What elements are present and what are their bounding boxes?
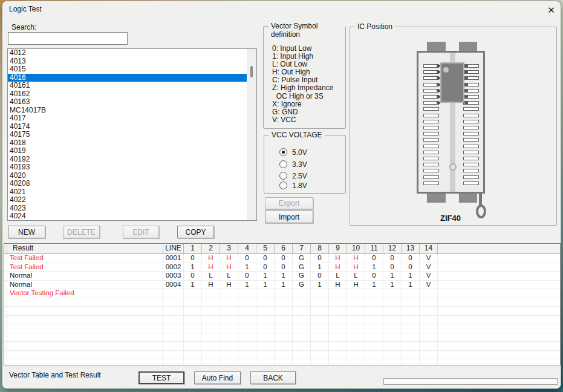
- table-row[interactable]: Normal00041HH111G1HH111V: [4, 281, 560, 290]
- close-button[interactable]: ✕: [542, 2, 560, 18]
- table-row[interactable]: [4, 351, 560, 360]
- copy-button[interactable]: COPY: [177, 226, 214, 238]
- table-cell: [383, 342, 402, 351]
- table-cell: 1: [256, 281, 275, 290]
- chip-list-item[interactable]: 4023: [8, 204, 256, 213]
- socket-lever-handle: [476, 204, 486, 218]
- chip-list-item[interactable]: 4024: [8, 212, 256, 221]
- table-cell: [365, 298, 383, 307]
- chip-list-item[interactable]: 4017: [8, 114, 256, 123]
- new-button[interactable]: NEW: [8, 226, 45, 238]
- test-button[interactable]: TEST: [138, 371, 184, 384]
- auto-find-button[interactable]: Auto Find: [194, 371, 241, 384]
- table-row[interactable]: [4, 333, 560, 342]
- table-cell: H: [202, 281, 220, 290]
- table-cell: [238, 298, 256, 307]
- column-header: LINE: [163, 244, 184, 254]
- table-cell: [7, 359, 163, 365]
- chip-list-item[interactable]: 40175: [8, 131, 256, 139]
- chip-list-item[interactable]: 40162: [8, 90, 256, 99]
- table-row[interactable]: [4, 359, 560, 365]
- chip-list-item[interactable]: 4013: [8, 57, 256, 66]
- table-cell: [163, 324, 184, 333]
- chip-list-item[interactable]: 40163: [8, 98, 256, 106]
- table-row[interactable]: Test Failed00010HH000G0HH000V: [4, 254, 560, 263]
- pin-slot: [463, 114, 479, 117]
- table-cell: [383, 351, 402, 360]
- chip-list-item[interactable]: 4018: [8, 139, 256, 148]
- window-title: Logic Test: [9, 5, 42, 13]
- table-row[interactable]: [4, 316, 560, 325]
- table-cell: 1: [238, 263, 256, 272]
- chip-list-item[interactable]: 4016: [8, 74, 256, 82]
- edit-button[interactable]: EDIT: [123, 226, 159, 238]
- table-row[interactable]: [4, 342, 560, 351]
- table-cell: [420, 307, 438, 316]
- chip-list-item[interactable]: 40193: [8, 163, 256, 172]
- result-table: ResultLINE1234567891011121314Test Failed…: [4, 243, 561, 365]
- chip-list-scrollbar[interactable]: [247, 49, 256, 220]
- table-cell: [347, 351, 365, 360]
- search-input[interactable]: [8, 32, 128, 45]
- table-cell: [347, 289, 365, 298]
- table-cell: [402, 351, 420, 360]
- chip-pin: [464, 96, 468, 98]
- table-cell: [163, 289, 184, 298]
- table-cell: [438, 359, 560, 365]
- table-cell: 1: [275, 272, 293, 281]
- chip-list-item[interactable]: MC14017B: [8, 106, 256, 115]
- table-cell: H: [220, 281, 238, 290]
- chip-list-item[interactable]: 4015: [8, 65, 256, 74]
- table-cell: [329, 342, 347, 351]
- chip-list-item[interactable]: 4019: [8, 147, 256, 155]
- pin-slot: [423, 151, 439, 154]
- table-cell: [256, 324, 275, 333]
- scrollbar-thumb[interactable]: [250, 66, 253, 77]
- back-button[interactable]: BACK: [250, 371, 296, 384]
- table-row[interactable]: [4, 298, 560, 307]
- table-cell: [220, 307, 238, 316]
- table-cell: [202, 333, 220, 342]
- vcc-radio-option[interactable]: 1.8V: [279, 181, 307, 190]
- table-row[interactable]: [4, 324, 560, 333]
- vcc-radio-option[interactable]: 5.0V: [279, 148, 307, 157]
- table-cell: [7, 342, 163, 351]
- chip-list-item[interactable]: 40192: [8, 155, 256, 164]
- delete-button[interactable]: DELETE: [63, 226, 100, 238]
- table-row[interactable]: Vector Testing Failed: [4, 289, 560, 298]
- table-cell: [293, 342, 311, 351]
- pin-slot: [423, 145, 439, 148]
- chip-list-item[interactable]: 4012: [8, 49, 256, 57]
- table-cell: [202, 351, 220, 360]
- chip-list-item[interactable]: 4020: [8, 172, 256, 180]
- chip-list-item[interactable]: 40208: [8, 180, 256, 188]
- table-cell: [420, 316, 438, 325]
- chip-list-item[interactable]: 4021: [8, 188, 256, 197]
- chip-pin: [464, 65, 468, 67]
- pin-slot: [463, 175, 479, 179]
- table-cell: L: [202, 272, 220, 281]
- table-cell: [420, 359, 438, 365]
- table-cell: [420, 324, 438, 333]
- export-button[interactable]: Export: [265, 197, 313, 209]
- vcc-radio-option[interactable]: 3.3V: [279, 160, 307, 169]
- chip-list-item[interactable]: 4025: [8, 221, 256, 221]
- radio-label: 2.5V: [292, 172, 307, 180]
- socket-tab: [427, 42, 446, 51]
- table-row[interactable]: Normal00030LL011G0LL011V: [4, 272, 560, 281]
- table-cell: [347, 324, 365, 333]
- table-row[interactable]: Test Failed00021HH100G1HH100V: [4, 263, 560, 272]
- chip-list-item[interactable]: 40161: [8, 82, 256, 90]
- table-cell: 0: [402, 263, 420, 272]
- vcc-radio-option[interactable]: 2.5V: [279, 171, 307, 180]
- import-button[interactable]: Import: [265, 211, 313, 223]
- chip-list-item[interactable]: 4022: [8, 196, 256, 204]
- chip-list-items: 4012401340154016401614016240163MC14017B4…: [8, 49, 256, 221]
- table-row[interactable]: [4, 307, 560, 316]
- pin-slot: [463, 151, 479, 154]
- chip-list[interactable]: 4012401340154016401614016240163MC14017B4…: [7, 48, 257, 221]
- search-label: Search:: [11, 23, 36, 31]
- pin-slot: [463, 107, 479, 111]
- table-cell: [438, 324, 560, 333]
- chip-list-item[interactable]: 40174: [8, 123, 256, 131]
